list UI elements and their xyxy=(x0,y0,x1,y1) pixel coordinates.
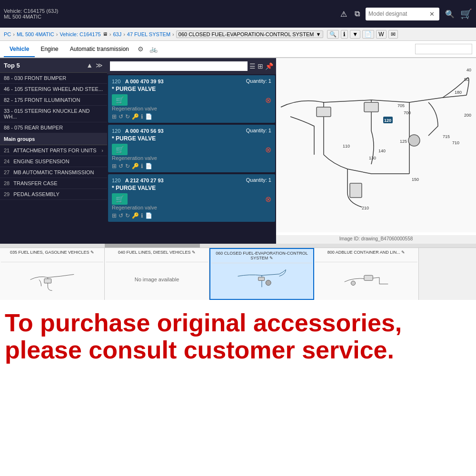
parts-search-input[interactable] xyxy=(110,61,248,71)
part-qty-1: Quantity: 1 xyxy=(246,128,271,133)
sidebar-item-top5-0[interactable]: 88 - 030 FRONT BUMPER xyxy=(0,73,107,84)
scroll-thumb[interactable] xyxy=(105,244,200,248)
thumb-label-0: 035 FUEL LINES, GASOLINE VEHICLES ✎ xyxy=(1,249,103,262)
part-card-2: 120 A 212 470 27 93 Quantity: 1 * PURGE … xyxy=(108,174,275,222)
svg-text:120: 120 xyxy=(384,118,391,123)
part-refresh2-icon-1[interactable]: ↻ xyxy=(125,163,130,169)
sidebar-group-27[interactable]: 27 MB AUTOMATIC TRANSMISSION xyxy=(0,167,107,178)
model-search-input[interactable] xyxy=(368,10,426,17)
vehicle-info: Vehicle: C164175 (63J) ML 500 4MATIC xyxy=(4,8,58,20)
part-cart-btn-0[interactable]: 🛒 xyxy=(112,94,128,106)
part-cart-btn-1[interactable]: 🛒 xyxy=(112,144,128,155)
tab-search-area xyxy=(415,44,472,54)
tab-bar: Vehicle Engine Automatic transmission ⚙ … xyxy=(0,41,476,58)
sidebar-item-top5-2[interactable]: 82 - 175 FRONT ILLUMINATION xyxy=(0,95,107,106)
sidebar-expand-icon[interactable]: ≫ xyxy=(95,61,103,69)
sidebar-group-21-arrow: › xyxy=(101,148,103,153)
svg-rect-23 xyxy=(44,278,51,283)
part-refresh2-icon-2[interactable]: ↻ xyxy=(125,212,130,219)
sidebar-group-28[interactable]: 28 TRANSFER CASE xyxy=(0,178,107,189)
part-key-icon-1[interactable]: 🔑 xyxy=(132,163,139,169)
part-desc-0: Regeneration valve xyxy=(112,106,271,111)
tab-bike-icon[interactable]: 🚲 xyxy=(147,43,160,55)
tab-engine[interactable]: Engine xyxy=(35,42,64,57)
wis-icon-btn[interactable]: W xyxy=(376,30,386,39)
cart-icon-btn[interactable]: 🛒 xyxy=(460,8,472,20)
sidebar-item-top5-3[interactable]: 33 - 015 STEERING KNUCKLE AND WH... xyxy=(0,106,107,122)
parts-list-icon[interactable]: ☰ xyxy=(249,62,256,70)
sidebar-item-top5-1[interactable]: 46 - 105 STEERING WHEEL AND STEE... xyxy=(0,84,107,95)
sidebar-collapse-icon[interactable]: ▲ xyxy=(86,61,93,69)
part-refresh-icon-1[interactable]: ↺ xyxy=(119,163,123,169)
tab-automatic-transmission[interactable]: Automatic transmission xyxy=(64,42,135,57)
tab-vehicle[interactable]: Vehicle xyxy=(4,42,35,57)
thumb-img-1: No image available xyxy=(106,262,208,297)
breadcrumb-pc[interactable]: PC xyxy=(4,31,11,37)
part-qty-2: Quantity: 1 xyxy=(246,177,271,183)
search-icon-btn[interactable]: 🔍 xyxy=(443,8,456,20)
sidebar-group-29[interactable]: 29 PEDAL ASSEMBLY xyxy=(0,189,107,200)
vehicle-line2: ML 500 4MATIC xyxy=(4,14,58,20)
parts-grid-icon[interactable]: ⊞ xyxy=(258,62,263,70)
filter-icon-btn[interactable]: ▼ xyxy=(350,30,360,39)
scroll-area[interactable] xyxy=(0,244,476,248)
sidebar-group-29-num: 29 xyxy=(4,191,10,197)
model-search-box: ✕ xyxy=(366,8,439,20)
thumb-img-2 xyxy=(211,263,312,298)
part-pos-0: 120 xyxy=(112,79,120,84)
part-cart-btn-2[interactable]: 🛒 xyxy=(112,193,128,205)
sidebar-group-27-label: MB AUTOMATIC TRANSMISSION xyxy=(13,169,94,175)
mail-icon-btn[interactable]: ✉ xyxy=(388,30,398,39)
breadcrumb-model[interactable]: ML 500 4MATIC xyxy=(17,31,54,37)
sidebar: Top 5 ▲ ≫ 88 - 030 FRONT BUMPER 46 - 105… xyxy=(0,58,107,244)
breadcrumb-current[interactable]: 060 CLOSED FUEL-EVAPORATION-CONTROL SYST… xyxy=(176,30,324,38)
part-cancel-icon-1: ⊗ xyxy=(265,145,271,154)
sidebar-item-top5-4[interactable]: 88 - 075 REAR BUMPER xyxy=(0,122,107,133)
watermark-line1: To purchase original accessories, xyxy=(5,309,471,337)
part-grid-icon-0[interactable]: ⊞ xyxy=(112,113,117,120)
part-grid-icon-2[interactable]: ⊞ xyxy=(112,212,117,219)
part-actions-0: 🛒 ⊗ xyxy=(112,94,271,106)
part-key-icon-0[interactable]: 🔑 xyxy=(132,113,139,120)
copy-icon-btn[interactable]: ⧉ xyxy=(353,8,362,20)
model-search-clear[interactable]: ✕ xyxy=(427,9,436,20)
part-grid-icon-1[interactable]: ⊞ xyxy=(112,163,117,169)
svg-text:200: 200 xyxy=(464,113,471,118)
thumb-item-0[interactable]: 035 FUEL LINES, GASOLINE VEHICLES ✎ xyxy=(0,248,105,300)
tab-settings-icon[interactable]: ⚙ xyxy=(135,43,147,55)
part-refresh-icon-0[interactable]: ↺ xyxy=(119,113,123,120)
diagram-svg: 180 50 40 715 710 200 705 700 120 125 11… xyxy=(276,58,476,232)
doc-icon-btn[interactable]: 📄 xyxy=(362,30,374,39)
thumb-item-2[interactable]: 060 CLOSED FUEL-EVAPORATION-CONTROL SYST… xyxy=(209,248,314,300)
zoom-icon-btn[interactable]: 🔍 xyxy=(327,30,339,39)
watermark: To purchase original accessories, please… xyxy=(0,300,476,373)
breadcrumb-fuel-system[interactable]: 47 FUEL SYSTEM xyxy=(127,31,170,37)
part-name-1: * PURGE VALVE xyxy=(112,135,271,142)
part-doc-icon-1[interactable]: 📄 xyxy=(145,163,152,169)
part-bottom-icons-2: ⊞ ↺ ↻ 🔑 ℹ 📄 xyxy=(112,212,271,219)
sidebar-group-21[interactable]: 21 ATTACHMENT PARTS FOR UNITS › xyxy=(0,145,107,156)
sidebar-header: Top 5 ▲ ≫ xyxy=(0,58,107,73)
thumb-item-3[interactable]: 800 ADBLUE CONTAINER AND LIN... ✎ xyxy=(314,248,419,300)
sidebar-group-24[interactable]: 24 ENGINE SUSPENSION xyxy=(0,156,107,167)
breadcrumb-vehicle[interactable]: Vehicle: C164175 xyxy=(60,31,100,37)
part-doc-icon-0[interactable]: 📄 xyxy=(145,113,152,120)
breadcrumb-63j[interactable]: 63J xyxy=(113,31,121,37)
svg-text:180: 180 xyxy=(455,90,462,95)
warning-icon-btn[interactable]: ⚠ xyxy=(338,8,349,20)
tab-search-input[interactable] xyxy=(415,44,472,54)
part-info-icon-2[interactable]: ℹ xyxy=(141,212,143,219)
part-info-icon-0[interactable]: ℹ xyxy=(141,113,143,120)
part-doc-icon-2[interactable]: 📄 xyxy=(145,212,152,219)
part-refresh2-icon-0[interactable]: ↻ xyxy=(125,113,130,120)
thumb-item-1[interactable]: 040 FUEL LINES, DIESEL VEHICLES ✎ No ima… xyxy=(105,248,209,300)
svg-rect-6 xyxy=(350,183,362,198)
part-key-icon-2[interactable]: 🔑 xyxy=(132,212,139,219)
thumbnails-bar: 035 FUEL LINES, GASOLINE VEHICLES ✎ 040 … xyxy=(0,248,476,300)
parts-pin-icon[interactable]: 📌 xyxy=(265,62,273,70)
info-icon-btn[interactable]: ℹ xyxy=(341,30,348,39)
svg-text:705: 705 xyxy=(397,103,405,108)
part-refresh-icon-2[interactable]: ↺ xyxy=(119,212,123,219)
part-actions-1: 🛒 ⊗ xyxy=(112,144,271,155)
part-info-icon-1[interactable]: ℹ xyxy=(141,163,143,169)
